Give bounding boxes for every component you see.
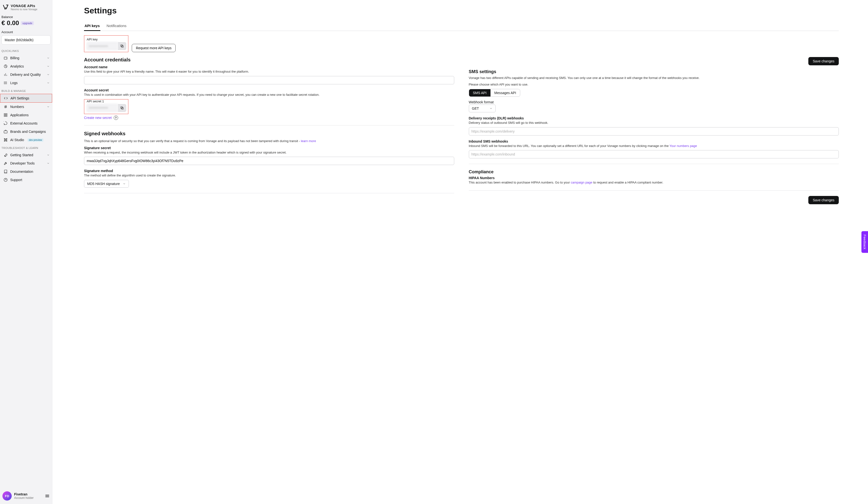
- tab-api-keys[interactable]: API keys: [84, 22, 100, 31]
- sidebar-item-label: Brands and Campaigns: [10, 130, 46, 133]
- save-changes-button-bottom[interactable]: Save changes: [808, 196, 839, 204]
- vonage-logo-icon: [2, 4, 9, 10]
- messages-api-option[interactable]: Messages API: [490, 89, 520, 97]
- menu-icon[interactable]: [45, 494, 50, 498]
- hipaa-title: HIPAA Numbers: [469, 176, 839, 180]
- sidebar-item-label: Billing: [10, 56, 19, 60]
- api-key-input[interactable]: [87, 42, 118, 50]
- sms-desc-1: Vonage has two different APIs capable of…: [469, 76, 839, 80]
- webhook-format-select[interactable]: GET: [469, 104, 496, 112]
- quicklinks-header: QUICKLINKS: [0, 47, 52, 54]
- signature-method-title: Signature method: [84, 169, 454, 173]
- briefcase-icon: [3, 129, 8, 134]
- dlr-webhook-input[interactable]: [469, 127, 839, 135]
- balance-amount: € 0.00: [1, 19, 19, 27]
- account-credentials-title: Account credentials: [84, 57, 454, 63]
- troubleshoot-header: TROUBLESHOOT & LEARN: [0, 144, 52, 151]
- tab-notifications[interactable]: Notifications: [106, 22, 127, 31]
- webhook-format-title: Webhook format: [469, 100, 839, 104]
- upgrade-link[interactable]: upgrade: [21, 21, 34, 25]
- code-icon: [4, 96, 8, 100]
- svg-point-5: [4, 82, 4, 82]
- account-select[interactable]: Master (b92dda0b): [1, 36, 51, 44]
- save-changes-button[interactable]: Save changes: [808, 57, 839, 65]
- account-name-title: Account name: [84, 65, 454, 69]
- signature-method-selected: MD5 HASH signature: [87, 182, 120, 186]
- api-key-group: API key: [84, 36, 128, 52]
- balance-block: Balance € 0.00 upgrade: [0, 13, 52, 28]
- user-name: Fivetran: [14, 492, 34, 496]
- avatar[interactable]: FD: [2, 491, 12, 501]
- sidebar-item-label: Logs: [10, 81, 18, 85]
- sidebar-item-logs[interactable]: Logs: [0, 79, 52, 87]
- sidebar-item-documentation[interactable]: Documentation: [0, 168, 52, 176]
- divider: [469, 164, 839, 164]
- copy-button[interactable]: [118, 42, 126, 50]
- api-secret-group: API secret 1: [84, 99, 128, 114]
- sidebar-item-label: Developer Tools: [10, 161, 34, 165]
- your-numbers-page-link[interactable]: Your numbers page: [670, 144, 697, 148]
- signature-secret-input[interactable]: [84, 157, 454, 165]
- account-name-desc: Use this field to give your API key a fr…: [84, 69, 454, 74]
- sidebar-item-brands-campaigns[interactable]: Brands and Campaigns: [0, 128, 52, 136]
- chevron-down-icon: [47, 162, 50, 165]
- api-secret-input[interactable]: [87, 104, 118, 112]
- svg-point-18: [6, 139, 7, 139]
- sidebar-item-label: Analytics: [10, 64, 24, 68]
- signature-secret-title: Signature secret: [84, 146, 454, 150]
- chevron-down-icon: [47, 105, 50, 108]
- signature-method-select[interactable]: MD5 HASH signature: [84, 180, 129, 188]
- balance-label: Balance: [1, 15, 49, 19]
- sidebar-item-ai-studio[interactable]: AI Studio dev preview: [0, 136, 52, 144]
- sidebar-item-external-accounts[interactable]: External Accounts: [0, 119, 52, 128]
- dev-preview-badge: dev preview: [28, 139, 43, 142]
- api-key-label: API key: [87, 38, 126, 41]
- signed-webhooks-desc: This is an optional layer of security so…: [84, 139, 454, 143]
- help-icon[interactable]: ?: [114, 115, 118, 120]
- account-selected: Master (b92dda0b): [4, 38, 33, 42]
- feedback-tab[interactable]: Feedback: [861, 231, 868, 253]
- sidebar-item-numbers[interactable]: Numbers: [0, 103, 52, 111]
- sidebar-item-label: Delivery and Quality: [10, 73, 41, 77]
- sidebar-item-label: Getting Started: [10, 153, 33, 157]
- svg-point-17: [4, 139, 5, 139]
- sidebar-item-analytics[interactable]: Analytics: [0, 62, 52, 70]
- sidebar-item-label: Applications: [10, 113, 29, 117]
- sms-desc-2: Please choose which API you want to use.: [469, 82, 839, 87]
- sms-api-option[interactable]: SMS API: [469, 89, 490, 97]
- dlr-desc: Delivery status of outbound SMS will go …: [469, 121, 839, 125]
- svg-rect-16: [4, 131, 7, 133]
- rocket-icon: [3, 153, 8, 157]
- account-label: Account: [1, 30, 51, 34]
- wrench-icon: [3, 161, 8, 165]
- sidebar-item-applications[interactable]: Applications: [0, 111, 52, 119]
- copy-button[interactable]: [118, 104, 126, 112]
- inbound-webhook-input[interactable]: [469, 150, 839, 159]
- chevron-down-icon: [47, 81, 50, 84]
- sidebar-item-delivery-quality[interactable]: Delivery and Quality: [0, 70, 52, 79]
- create-new-secret-link[interactable]: Create new secret: [84, 116, 112, 120]
- sidebar-item-support[interactable]: Support: [0, 176, 52, 184]
- divider: [84, 193, 454, 193]
- sidebar-item-label: Support: [10, 178, 22, 182]
- sidebar-item-api-settings[interactable]: API Settings: [0, 94, 52, 103]
- sidebar-item-getting-started[interactable]: Getting Started: [0, 151, 52, 159]
- account-name-input[interactable]: [84, 76, 454, 84]
- sidebar-item-billing[interactable]: Billing: [0, 54, 52, 62]
- sidebar-item-label: AI Studio: [10, 138, 24, 142]
- logo-block: VONAGE APIs Nexmo is now Vonage: [0, 4, 52, 13]
- user-role: Account holder: [14, 496, 34, 500]
- chevron-down-icon: [47, 73, 50, 76]
- page-title: Settings: [84, 6, 839, 16]
- signed-webhooks-title: Signed webhooks: [84, 131, 454, 137]
- campaign-page-link[interactable]: campaign page: [571, 181, 592, 184]
- learn-more-link[interactable]: learn more: [301, 139, 316, 143]
- copy-icon: [120, 44, 124, 48]
- request-more-api-keys-button[interactable]: Request more API keys: [132, 44, 176, 52]
- brand-subtitle: Nexmo is now Vonage: [11, 8, 37, 11]
- sidebar: VONAGE APIs Nexmo is now Vonage Balance …: [0, 0, 52, 504]
- network-icon: [3, 138, 8, 142]
- sms-settings-title: SMS settings: [469, 69, 839, 74]
- sidebar-item-label: API Settings: [10, 96, 29, 100]
- sidebar-item-developer-tools[interactable]: Developer Tools: [0, 159, 52, 168]
